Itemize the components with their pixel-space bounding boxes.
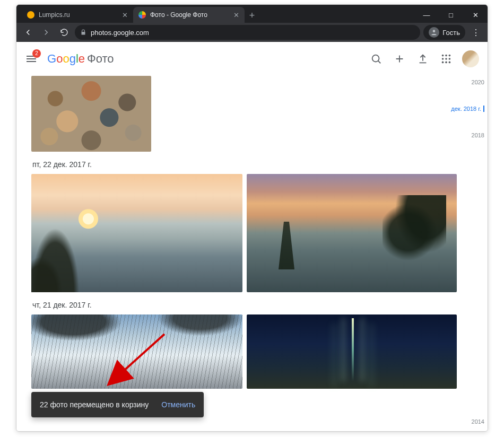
svg-point-5 <box>442 58 444 60</box>
snackbar: 22 фото перемещено в корзину Отменить <box>31 392 204 417</box>
photo-row <box>31 174 481 292</box>
reload-button[interactable] <box>57 25 72 40</box>
svg-point-4 <box>449 54 451 56</box>
titlebar: Lumpics.ru ✕ Фото - Google Фото ✕ + ― □ … <box>16 5 488 23</box>
timeline-year[interactable]: дек. 2018 г. <box>451 106 484 112</box>
favicon-lumpics <box>27 11 34 19</box>
photo-thumbnail[interactable] <box>247 174 457 292</box>
browser-window: Lumpics.ru ✕ Фото - Google Фото ✕ + ― □ … <box>16 4 488 432</box>
svg-point-3 <box>445 54 447 56</box>
avatar-icon <box>429 27 439 38</box>
minimize-button[interactable]: ― <box>414 7 439 23</box>
tab-google-photos[interactable]: Фото - Google Фото ✕ <box>133 7 245 23</box>
app-name: Фото <box>87 52 114 66</box>
notification-badge: 2 <box>32 49 41 58</box>
svg-point-10 <box>449 61 451 63</box>
svg-point-7 <box>449 58 451 60</box>
svg-point-0 <box>433 30 436 32</box>
upload-button[interactable] <box>411 47 435 71</box>
date-header: чт, 21 дек. 2017 г. <box>32 301 481 309</box>
photo-thumbnail[interactable] <box>31 174 242 292</box>
account-avatar[interactable] <box>462 50 479 67</box>
favicon-photos <box>138 11 146 19</box>
maximize-button[interactable]: □ <box>439 7 463 23</box>
timeline-year[interactable]: 2020 <box>472 79 484 85</box>
photo-row <box>31 314 481 389</box>
close-icon[interactable]: ✕ <box>122 11 128 19</box>
photo-thumbnail[interactable] <box>31 76 151 152</box>
svg-point-8 <box>442 61 444 63</box>
browser-menu-button[interactable]: ⋮ <box>468 25 483 40</box>
date-header: пт, 22 дек. 2017 г. <box>32 160 481 169</box>
page-content: 2 Google Фото 2020 дек. <box>16 42 488 431</box>
svg-point-6 <box>445 58 447 60</box>
create-button[interactable] <box>388 47 411 71</box>
window-controls: ― □ ✕ <box>414 7 488 23</box>
app-logo[interactable]: Google Фото <box>47 52 114 66</box>
timeline-year[interactable]: 2018 <box>472 132 484 138</box>
svg-point-9 <box>445 61 447 63</box>
omnibox[interactable]: photos.google.com <box>75 25 420 40</box>
timeline-year[interactable]: 2014 <box>472 418 484 425</box>
svg-point-1 <box>372 55 379 62</box>
photos-area: 2020 дек. 2018 г. 2018 2014 пт, 22 дек. … <box>16 76 488 431</box>
tab-lumpics[interactable]: Lumpics.ru ✕ <box>22 7 133 23</box>
close-icon[interactable]: ✕ <box>233 11 239 19</box>
undo-button[interactable]: Отменить <box>161 400 195 409</box>
search-button[interactable] <box>364 47 388 71</box>
back-button[interactable] <box>21 25 36 40</box>
close-window-button[interactable]: ✕ <box>463 7 488 23</box>
profile-label: Гость <box>442 29 460 37</box>
photo-thumbnail[interactable] <box>31 314 242 389</box>
photo-row <box>31 76 481 152</box>
timeline-scrubber[interactable]: 2020 дек. 2018 г. 2018 2014 <box>446 79 484 138</box>
main-menu-button[interactable]: 2 <box>25 53 38 65</box>
tab-title: Фото - Google Фото <box>150 11 207 19</box>
forward-button[interactable] <box>39 25 54 40</box>
svg-point-2 <box>442 54 444 56</box>
url-text: photos.google.com <box>91 29 149 37</box>
photo-thumbnail[interactable] <box>247 314 457 389</box>
photo-grid: пт, 22 дек. 2017 г. чт, 21 дек. 2017 г. <box>16 76 488 389</box>
google-wordmark: Google <box>47 52 85 66</box>
lock-icon <box>80 29 86 36</box>
profile-chip[interactable]: Гость <box>423 25 465 40</box>
apps-button[interactable] <box>435 47 458 71</box>
tab-title: Lumpics.ru <box>39 11 70 19</box>
address-bar: photos.google.com Гость ⋮ <box>16 23 488 42</box>
tab-strip: Lumpics.ru ✕ Фото - Google Фото ✕ + <box>16 5 259 23</box>
app-header: 2 Google Фото <box>16 42 488 76</box>
new-tab-button[interactable]: + <box>245 8 259 23</box>
snackbar-message: 22 фото перемещено в корзину <box>40 400 149 409</box>
